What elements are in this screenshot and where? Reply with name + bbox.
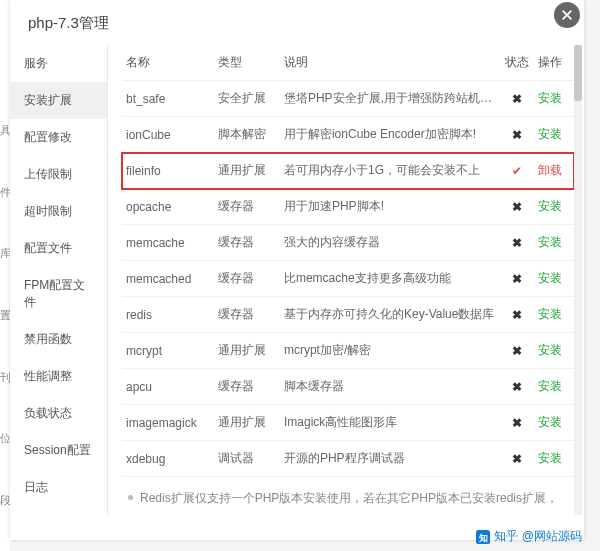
close-icon bbox=[560, 8, 574, 22]
sidebar-item-1[interactable]: 安装扩展 bbox=[10, 82, 107, 119]
install-link[interactable]: 安装 bbox=[538, 127, 562, 141]
cell-name: redis bbox=[122, 297, 214, 333]
sidebar-item-4[interactable]: 超时限制 bbox=[10, 193, 107, 230]
sidebar-item-0[interactable]: 服务 bbox=[10, 45, 107, 82]
cell-type: 缓存器 bbox=[214, 297, 280, 333]
sidebar-item-5[interactable]: 配置文件 bbox=[10, 230, 107, 267]
install-link[interactable]: 安装 bbox=[538, 235, 562, 249]
close-button[interactable] bbox=[554, 2, 580, 28]
table-row: memcache缓存器强大的内容缓存器✖安装 bbox=[122, 225, 574, 261]
cell-type: 通用扩展 bbox=[214, 153, 280, 189]
install-link[interactable]: 安装 bbox=[538, 91, 562, 105]
sidebar-item-7[interactable]: 禁用函数 bbox=[10, 321, 107, 358]
install-link[interactable]: 安装 bbox=[538, 379, 562, 393]
cell-status: ✖ bbox=[499, 297, 534, 333]
x-icon: ✖ bbox=[512, 416, 522, 430]
cell-action: 安装 bbox=[534, 333, 574, 369]
cell-desc: 用于解密ionCube Encoder加密脚本! bbox=[280, 117, 499, 153]
col-header-action: 操作 bbox=[534, 45, 574, 81]
x-icon: ✖ bbox=[512, 200, 522, 214]
install-link[interactable]: 安装 bbox=[538, 415, 562, 429]
cell-type: 缓存器 bbox=[214, 261, 280, 297]
sidebar-item-3[interactable]: 上传限制 bbox=[10, 156, 107, 193]
main-panel: 名称 类型 说明 状态 操作 bt_safe安全扩展堡塔PHP安全扩展,用于增强… bbox=[108, 45, 584, 515]
cell-name: opcache bbox=[122, 189, 214, 225]
cell-type: 安全扩展 bbox=[214, 81, 280, 117]
php-manage-modal: php-7.3管理 服务安装扩展配置修改上传限制超时限制配置文件FPM配置文件禁… bbox=[10, 0, 584, 540]
uninstall-link[interactable]: 卸载 bbox=[538, 163, 562, 177]
cell-desc: 若可用内存小于1G，可能会安装不上 bbox=[280, 153, 499, 189]
table-row: imagemagick通用扩展Imagick高性能图形库✖安装 bbox=[122, 405, 574, 441]
cell-name: apcu bbox=[122, 369, 214, 405]
cell-status: ✖ bbox=[499, 405, 534, 441]
cell-name: ionCube bbox=[122, 117, 214, 153]
cell-desc: mcrypt加密/解密 bbox=[280, 333, 499, 369]
cell-name: memcached bbox=[122, 261, 214, 297]
col-header-type: 类型 bbox=[214, 45, 280, 81]
table-row: xdebug调试器开源的PHP程序调试器✖安装 bbox=[122, 441, 574, 477]
cell-type: 缓存器 bbox=[214, 369, 280, 405]
x-icon: ✖ bbox=[512, 308, 522, 322]
modal-title: php-7.3管理 bbox=[10, 0, 584, 45]
install-link[interactable]: 安装 bbox=[538, 271, 562, 285]
scrollbar-track[interactable] bbox=[574, 45, 582, 515]
cell-action: 安装 bbox=[534, 81, 574, 117]
cell-action: 安装 bbox=[534, 189, 574, 225]
check-icon: ✔ bbox=[512, 164, 522, 178]
cell-status: ✖ bbox=[499, 369, 534, 405]
cell-desc: 开源的PHP程序调试器 bbox=[280, 441, 499, 477]
x-icon: ✖ bbox=[512, 344, 522, 358]
sidebar-item-9[interactable]: 负载状态 bbox=[10, 395, 107, 432]
cell-status: ✖ bbox=[499, 117, 534, 153]
cell-action: 安装 bbox=[534, 297, 574, 333]
install-link[interactable]: 安装 bbox=[538, 307, 562, 321]
cell-action: 卸载 bbox=[534, 153, 574, 189]
cell-desc: 基于内存亦可持久化的Key-Value数据库 bbox=[280, 297, 499, 333]
cell-desc: Imagick高性能图形库 bbox=[280, 405, 499, 441]
sidebar-item-10[interactable]: Session配置 bbox=[10, 432, 107, 469]
install-link[interactable]: 安装 bbox=[538, 343, 562, 357]
modal-content: 服务安装扩展配置修改上传限制超时限制配置文件FPM配置文件禁用函数性能调整负载状… bbox=[10, 45, 584, 515]
cell-action: 安装 bbox=[534, 261, 574, 297]
install-link[interactable]: 安装 bbox=[538, 451, 562, 465]
background-strip: 具件库置刊位段 bbox=[0, 0, 10, 551]
note-item: Redis扩展仅支持一个PHP版本安装使用，若在其它PHP版本已安装redis扩… bbox=[126, 487, 570, 515]
cell-name: bt_safe bbox=[122, 81, 214, 117]
cell-status: ✖ bbox=[499, 333, 534, 369]
table-row: apcu缓存器脚本缓存器✖安装 bbox=[122, 369, 574, 405]
x-icon: ✖ bbox=[512, 128, 522, 142]
col-header-desc: 说明 bbox=[280, 45, 499, 81]
sidebar: 服务安装扩展配置修改上传限制超时限制配置文件FPM配置文件禁用函数性能调整负载状… bbox=[10, 45, 108, 515]
cell-name: mcrypt bbox=[122, 333, 214, 369]
sidebar-item-6[interactable]: FPM配置文件 bbox=[10, 267, 107, 321]
cell-type: 调试器 bbox=[214, 441, 280, 477]
cell-desc: 脚本缓存器 bbox=[280, 369, 499, 405]
svg-text:知: 知 bbox=[478, 532, 488, 542]
cell-name: memcache bbox=[122, 225, 214, 261]
sidebar-item-8[interactable]: 性能调整 bbox=[10, 358, 107, 395]
table-row: mcrypt通用扩展mcrypt加密/解密✖安装 bbox=[122, 333, 574, 369]
table-row: ionCube脚本解密用于解密ionCube Encoder加密脚本!✖安装 bbox=[122, 117, 574, 153]
table-row: redis缓存器基于内存亦可持久化的Key-Value数据库✖安装 bbox=[122, 297, 574, 333]
sidebar-item-2[interactable]: 配置修改 bbox=[10, 119, 107, 156]
x-icon: ✖ bbox=[512, 236, 522, 250]
cell-action: 安装 bbox=[534, 441, 574, 477]
cell-name: xdebug bbox=[122, 441, 214, 477]
sidebar-item-11[interactable]: 日志 bbox=[10, 469, 107, 506]
cell-type: 缓存器 bbox=[214, 225, 280, 261]
zhihu-icon: 知 bbox=[476, 530, 490, 544]
cell-type: 脚本解密 bbox=[214, 117, 280, 153]
notes-list: Redis扩展仅支持一个PHP版本安装使用，若在其它PHP版本已安装redis扩… bbox=[122, 477, 574, 515]
cell-type: 缓存器 bbox=[214, 189, 280, 225]
x-icon: ✖ bbox=[512, 92, 522, 106]
cell-type: 通用扩展 bbox=[214, 333, 280, 369]
x-icon: ✖ bbox=[512, 452, 522, 466]
cell-status: ✖ bbox=[499, 261, 534, 297]
col-header-name: 名称 bbox=[122, 45, 214, 81]
cell-desc: 堡塔PHP安全扩展,用于增强防跨站机制,建议Nginx/Apache用户安装 bbox=[280, 81, 499, 117]
install-link[interactable]: 安装 bbox=[538, 199, 562, 213]
watermark: 知 知乎 @网站源码 bbox=[476, 528, 582, 545]
scrollbar-thumb[interactable] bbox=[574, 45, 582, 101]
sidebar-item-12[interactable]: 慢日志 bbox=[10, 506, 107, 515]
cell-status: ✔ bbox=[499, 153, 534, 189]
